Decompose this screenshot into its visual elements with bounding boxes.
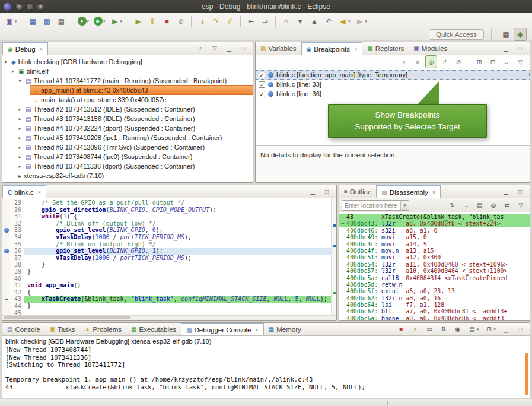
maximize-icon[interactable]: □ (237, 42, 249, 55)
editor-line[interactable]: 34 vTaskDelay(1000 / portTICK_PERIOD_MS)… (2, 234, 336, 241)
debug-tree-item[interactable]: ▤Thread #2 1073413512 (IDLE) (Suspended … (23, 104, 253, 114)
tab-executables[interactable]: ▦Executables (126, 323, 181, 335)
next-annotation-icon[interactable]: ▼ (294, 15, 307, 28)
editor-line[interactable]: 36 gpio_set_level(BLINK_GPIO, 1); (2, 248, 336, 255)
breakpoint-checkbox[interactable]: ✓ (259, 72, 265, 78)
pin-console-icon[interactable]: ◉ (452, 323, 464, 336)
editor-line[interactable]: 39} (2, 268, 336, 275)
remove-all-terminated-icon[interactable]: × (195, 42, 206, 55)
tree-expander-icon[interactable]: ▸ (17, 164, 23, 169)
debug-tree-row[interactable]: ▾▣blink.elf (2, 66, 253, 76)
debug-tree-row[interactable]: ▸▤Thread #4 1073432224 (dport) (Suspende… (2, 123, 253, 133)
save-icon[interactable]: ▦ (27, 15, 40, 28)
minimize-icon[interactable]: ▁ (223, 42, 235, 55)
tree-expander-icon[interactable]: ▸ (17, 116, 23, 122)
tab-debug[interactable]: ◉Debug× (2, 42, 48, 55)
tab-close-icon[interactable]: × (40, 46, 43, 52)
debug-tree-row[interactable]: ▸▤Thread #6 1073413096 (Tmr Svc) (Suspen… (2, 142, 253, 152)
tab-outline[interactable]: ≡Outline (339, 185, 376, 198)
tab-close-icon[interactable]: × (38, 189, 41, 195)
debug-perspective-icon[interactable]: ◉ (514, 28, 527, 41)
disassembly-line[interactable]: 400dbc64: lsi f7, a1, 128 (339, 302, 530, 308)
tab-debugger-console[interactable]: ▤Debugger Console× (181, 323, 264, 335)
maximize-icon[interactable]: □ (514, 185, 526, 198)
disassembly-line[interactable]: 400dbc54: l32r a11, 0x400d0460 <_stext+1… (339, 261, 530, 268)
disassembly-line[interactable]: 400dbc49: movi a15, 0 (339, 234, 530, 240)
location-input[interactable] (342, 201, 400, 210)
disassembly-line[interactable]: 400dbc67: blt a7, a0, 0x400dbc81 <__addd… (339, 308, 530, 315)
resume-icon[interactable]: ▶ (132, 15, 145, 28)
tree-expander-icon[interactable]: ▾ (9, 69, 16, 74)
breakpoint-row[interactable]: ✓blink.c [line: 33] (256, 80, 530, 89)
debug-tree-item[interactable]: ▤Thread #7 1073408744 (ipc0) (Suspended … (23, 152, 253, 161)
tab-tasks[interactable]: ▣Tasks (45, 323, 80, 335)
window-maximize-button[interactable]: + (37, 3, 44, 11)
breakpoint-row[interactable]: ✓blink.c [line: 36] (256, 89, 530, 99)
maximize-icon[interactable]: □ (514, 323, 526, 336)
minimize-icon[interactable]: ▁ (307, 185, 318, 198)
refresh-view-icon[interactable]: ↻ (447, 199, 458, 212)
disassembly-line[interactable]: 400dbc57: l32r a10, 0x400d0464 <_stext+1… (339, 268, 530, 274)
track-expression-icon[interactable]: ◎ (488, 199, 499, 212)
debug-tree-row[interactable]: ▸xtensa-esp32-elf-gdb (7.10) (2, 171, 253, 180)
last-edit-location-icon[interactable]: ↶ (322, 15, 335, 28)
disassembly-line[interactable]: 400dbc6a: bnone a0, a0, 0x400dbc8b <__ad… (339, 315, 530, 320)
debug-tree-row[interactable]: ▸▤Thread #5 1073410208 (ipc1 : Running) … (2, 133, 253, 142)
tab-problems[interactable]: ▲Problems (80, 323, 126, 335)
disassembly-line[interactable]: 400dbc62: l32i.n a0, a0, 16 (339, 295, 530, 302)
editor-line[interactable]: 37 vTaskDelay(1000 / portTICK_PERIOD_MS)… (2, 255, 336, 262)
goto-program-counter-icon[interactable]: → (460, 199, 472, 212)
editor-line[interactable]: 31 while(1) { (2, 213, 336, 220)
editor-horizontal-scrollbar[interactable] (2, 315, 336, 320)
editor-line[interactable]: 33 gpio_set_level(BLINK_GPIO, 0); (2, 227, 336, 234)
open-console-icon[interactable]: ⊞▾ (483, 323, 498, 336)
debug-tree-row[interactable]: ▾▤Thread #1 1073411772 (main : Running) … (2, 76, 253, 85)
editor-line[interactable]: 30 gpio_set_direction(BLINK_GPIO, GPIO_M… (2, 207, 336, 214)
tab-breakpoints[interactable]: ◉Breakpoints× (301, 42, 363, 55)
remove-launch-icon[interactable]: × (409, 323, 421, 336)
editor-line[interactable]: 32 /* Blink off (output low) */ (2, 220, 336, 227)
breakpoint-row[interactable]: ✓blink.c [function: app_main] [type: Tem… (256, 70, 530, 80)
editor-line[interactable]: 41void app_main() (2, 282, 336, 289)
print-icon[interactable]: ▤ (55, 15, 68, 28)
disassembly-line[interactable]: 400dbc4c: movi a14, 5 (339, 241, 530, 248)
disassembly-line[interactable]: 400dbc5f: extui a6, a0, 23, 13 (339, 288, 530, 294)
editor-line[interactable]: 29 /* Set the GPIO as a push/pull output… (2, 199, 336, 207)
suspend-icon[interactable]: ‖ (146, 15, 159, 28)
drop-to-frame-icon[interactable]: ⇤ (244, 15, 257, 28)
disassembly-line[interactable]: 400dbc5a: call8 0x40084314 <xTaskCreateP… (339, 275, 530, 281)
breakpoint-checkbox[interactable]: ✓ (259, 81, 265, 88)
skip-all-breakpoints-icon[interactable]: ⊘ (453, 55, 464, 68)
minimize-icon[interactable]: ▁ (500, 42, 512, 55)
debug-tree-row[interactable]: ▸▤Thread #7 1073408744 (ipc0) (Suspended… (2, 152, 253, 161)
window-close-button[interactable]: × (15, 3, 23, 11)
sync-with-debug-context-icon[interactable]: ⇄ (501, 199, 513, 212)
tab-close-icon[interactable]: × (255, 327, 258, 333)
console-scrollbar[interactable] (525, 353, 528, 395)
debug-tree-row[interactable]: ▾◆blink checking [GDB Hardware Debugging… (2, 57, 253, 66)
forward-icon[interactable]: ▶▾ (353, 15, 369, 28)
search-icon[interactable]: ○ (279, 15, 292, 28)
clear-console-icon[interactable]: ▭ (423, 323, 435, 336)
minimize-icon[interactable]: ▁ (500, 323, 512, 336)
debug-tree-row[interactable]: →main_task() at cpu_start.c:339 0x400d05… (2, 95, 253, 104)
annotation-ruler[interactable] (331, 198, 336, 315)
back-icon[interactable]: ◀▾ (336, 15, 352, 28)
tab-modules[interactable]: ▣Modules (409, 42, 452, 55)
breakpoint-marker-icon[interactable] (2, 248, 10, 255)
debug-tree-item[interactable]: ▣blink.elf (16, 66, 253, 76)
debug-icon[interactable]: ●▾ (76, 15, 91, 28)
minimize-icon[interactable]: ▁ (500, 185, 512, 198)
view-menu-icon[interactable]: ▽ (515, 199, 527, 212)
open-perspective-icon[interactable]: ▦ (499, 28, 512, 41)
tab-registers[interactable]: ▦Registers (362, 42, 409, 55)
tree-expander-icon[interactable]: ▸ (17, 154, 23, 160)
display-selected-console-icon[interactable]: ▤▾ (466, 323, 481, 336)
go-to-file-for-breakpoint-icon[interactable]: ↱ (439, 55, 451, 68)
debug-tree-item[interactable]: ◆blink checking [GDB Hardware Debugging] (9, 57, 253, 66)
debug-tree-item[interactable]: →main_task() at cpu_start.c:339 0x400d05… (30, 95, 253, 104)
disconnect-icon[interactable]: ⊘ (174, 15, 187, 28)
tree-expander-icon[interactable]: ▸ (17, 135, 23, 141)
tab-variables[interactable]: ▤Variables (256, 42, 301, 55)
expand-all-icon[interactable]: ⊞ (473, 55, 485, 68)
